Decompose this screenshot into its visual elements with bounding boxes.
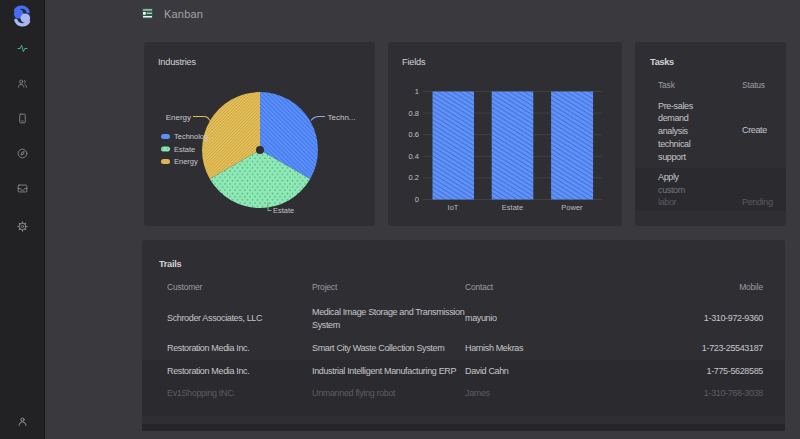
svg-text:0.6: 0.6 xyxy=(409,130,419,139)
svg-text:Estate: Estate xyxy=(502,203,523,212)
svg-text:Estate: Estate xyxy=(174,145,195,154)
svg-text:Energy: Energy xyxy=(174,157,198,166)
svg-text:0.4: 0.4 xyxy=(409,152,419,161)
svg-text:0: 0 xyxy=(415,195,419,204)
svg-text:Techn...: Techn... xyxy=(328,113,356,122)
svg-text:Technolog...: Technolog... xyxy=(174,132,214,141)
svg-text:Estate: Estate xyxy=(273,206,294,215)
svg-text:IoT: IoT xyxy=(448,203,459,212)
svg-text:Power: Power xyxy=(561,203,583,212)
svg-text:0.2: 0.2 xyxy=(409,173,419,182)
svg-text:0.8: 0.8 xyxy=(409,109,419,118)
svg-text:1: 1 xyxy=(415,87,419,96)
svg-text:Energy: Energy xyxy=(166,113,191,122)
